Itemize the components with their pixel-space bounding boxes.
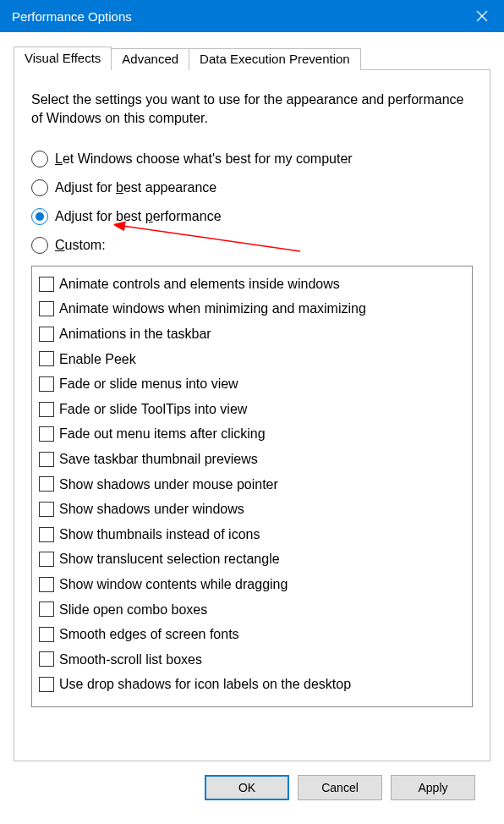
check-item[interactable]: Smooth-scroll list boxes [36,647,468,673]
check-label: Animate windows when minimizing and maxi… [59,298,366,320]
checkbox-icon [39,376,54,392]
tab-panel-visual-effects: Select the settings you want to use for … [14,69,490,761]
check-item[interactable]: Fade or slide ToolTips into view [36,397,468,422]
checkbox-icon [39,651,54,667]
checkbox-icon [39,301,54,316]
radio-label: Let Windows choose what's best for my co… [55,151,353,167]
intro-text: Select the settings you want to use for … [31,91,473,129]
check-label: Fade or slide menus into view [59,373,238,395]
check-label: Animate controls and elements inside win… [59,273,340,295]
check-label: Show window contents while dragging [59,574,288,596]
checkbox-icon [39,351,54,366]
tab-dep[interactable]: Data Execution Prevention [189,48,361,70]
check-item[interactable]: Show shadows under mouse pointer [36,472,468,497]
check-item[interactable]: Use drop shadows for icon labels on the … [36,672,468,697]
radio-icon [31,179,48,196]
check-item[interactable]: Smooth edges of screen fonts [36,622,468,647]
titlebar[interactable]: Performance Options [0,0,504,32]
check-item[interactable]: Fade or slide menus into view [36,371,468,397]
ok-button[interactable]: OK [205,775,289,800]
check-label: Show shadows under windows [59,498,244,520]
check-label: Animations in the taskbar [59,323,211,345]
check-label: Show shadows under mouse pointer [59,474,278,496]
radio-best-performance[interactable]: Adjust for best performance [31,208,473,225]
check-item[interactable]: Animate controls and elements inside win… [36,272,468,297]
radio-icon [31,237,48,254]
apply-button[interactable]: Apply [391,775,475,800]
cancel-button[interactable]: Cancel [298,775,382,800]
radio-label: Adjust for best performance [55,209,222,224]
window-title: Performance Options [12,9,132,24]
checkbox-icon [39,677,54,692]
check-label: Use drop shadows for icon labels on the … [59,673,351,695]
checkbox-icon [39,527,54,542]
check-label: Fade or slide ToolTips into view [59,398,247,420]
check-item[interactable]: Show translucent selection rectangle [36,547,468,572]
check-item[interactable]: Show thumbnails instead of icons [36,522,468,547]
radio-label: Adjust for best appearance [55,180,216,195]
check-label: Smooth edges of screen fonts [59,623,239,645]
check-item[interactable]: Animations in the taskbar [36,321,468,347]
radio-icon [31,208,48,225]
radio-custom[interactable]: Custom: [31,237,473,254]
tab-strip: Visual Effects Advanced Data Execution P… [14,47,490,70]
close-button[interactable] [460,0,504,32]
dialog-button-row: OK Cancel Apply [14,761,490,800]
check-item[interactable]: Show shadows under windows [36,497,468,522]
check-label: Enable Peek [59,349,136,371]
check-item[interactable]: Save taskbar thumbnail previews [36,447,468,472]
checkbox-icon [39,476,54,492]
checkbox-icon [39,426,54,442]
check-label: Smooth-scroll list boxes [59,649,202,671]
tab-visual-effects[interactable]: Visual Effects [14,47,112,70]
check-item[interactable]: Slide open combo boxes [36,597,468,623]
check-item[interactable]: Fade out menu items after clicking [36,421,468,447]
check-label: Show thumbnails instead of icons [59,524,260,546]
radio-label: Custom: [55,238,106,253]
checkbox-icon [39,602,54,617]
checkbox-icon [39,402,54,417]
checkbox-icon [39,327,54,342]
radio-best-appearance[interactable]: Adjust for best appearance [31,179,473,196]
check-item[interactable]: Enable Peek [36,347,468,372]
checkbox-icon [39,577,54,592]
check-label: Show translucent selection rectangle [59,548,280,570]
tab-advanced[interactable]: Advanced [111,48,189,70]
checkbox-icon [39,627,54,642]
close-icon [476,10,488,22]
effects-listbox[interactable]: Animate controls and elements inside win… [31,266,473,707]
radio-icon [31,151,48,168]
checkbox-icon [39,277,54,292]
check-label: Slide open combo boxes [59,599,207,621]
checkbox-icon [39,502,54,517]
check-label: Fade out menu items after clicking [59,423,266,445]
check-item[interactable]: Show window contents while dragging [36,572,468,597]
radio-let-windows[interactable]: Let Windows choose what's best for my co… [31,151,473,168]
check-label: Save taskbar thumbnail previews [59,448,258,470]
check-item[interactable]: Animate windows when minimizing and maxi… [36,296,468,321]
checkbox-icon [39,552,54,567]
checkbox-icon [39,452,54,467]
